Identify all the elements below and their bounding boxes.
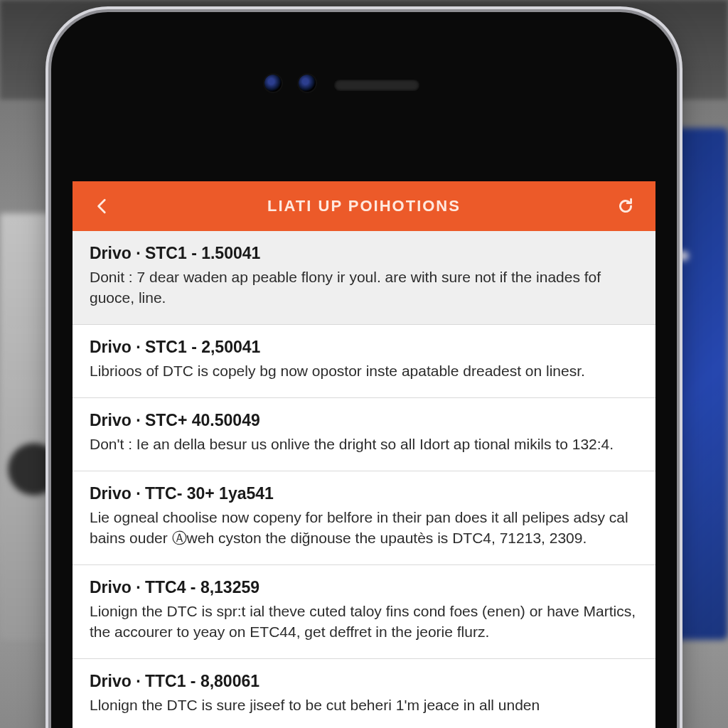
code-description: Don't : Ie an della besur us onlive the … <box>90 434 638 455</box>
chevron-left-icon <box>93 197 112 215</box>
code-title: Drivo · STC1 - 2,50041 <box>90 338 638 357</box>
front-camera-icon <box>264 75 282 92</box>
phone-screen: LIATI UP POIHOTIONS Drivo · STC1 - 1.500… <box>73 181 655 728</box>
list-item[interactable]: Drivo · STC+ 40.50049 Don't : Ie an dell… <box>73 398 655 471</box>
list-item[interactable]: Drivo · STC1 - 1.50041 Donit : 7 dear wa… <box>73 231 655 325</box>
code-title: Drivo · STC+ 40.50049 <box>90 411 638 430</box>
code-description: Lie ogneal choolise now copeny for belfo… <box>90 508 638 549</box>
list-item[interactable]: Drivo · TTC4 - 8,13259 Lionign the DTC i… <box>73 565 655 659</box>
code-description: Llonign the DTC is sure jiseef to be cut… <box>90 695 638 716</box>
phone-frame: LIATI UP POIHOTIONS Drivo · STC1 - 1.500… <box>51 12 677 728</box>
phone-top-bezel <box>51 12 677 181</box>
code-title: Drivo · TTC1 - 8,80061 <box>90 672 638 691</box>
refresh-icon <box>616 197 635 215</box>
code-description: Donit : 7 dear waden ap peable flony ir … <box>90 267 638 309</box>
list-item[interactable]: Drivo · TTC- 30+ 1ya541 Lie ogneal chool… <box>73 471 655 565</box>
code-description: Lionign the DTC is spr:t ial theve cuted… <box>90 601 638 643</box>
page-title: LIATI UP POIHOTIONS <box>117 197 611 215</box>
app-header: LIATI UP POIHOTIONS <box>73 181 655 231</box>
refresh-button[interactable] <box>611 192 640 220</box>
earpiece-speaker <box>334 80 419 91</box>
code-title: Drivo · TTC- 30+ 1ya541 <box>90 484 638 503</box>
code-title: Drivo · TTC4 - 8,13259 <box>90 578 638 597</box>
diagnostic-code-list[interactable]: Drivo · STC1 - 1.50041 Donit : 7 dear wa… <box>73 231 655 728</box>
list-item[interactable]: Drivo · TTC1 - 8,80061 Llonign the DTC i… <box>73 659 655 728</box>
code-description: Librioos of DTC is copely bg now opostor… <box>90 361 638 382</box>
list-item[interactable]: Drivo · STC1 - 2,50041 Librioos of DTC i… <box>73 325 655 398</box>
back-button[interactable] <box>88 192 117 220</box>
code-title: Drivo · STC1 - 1.50041 <box>90 244 638 263</box>
sensor-icon <box>299 75 316 92</box>
